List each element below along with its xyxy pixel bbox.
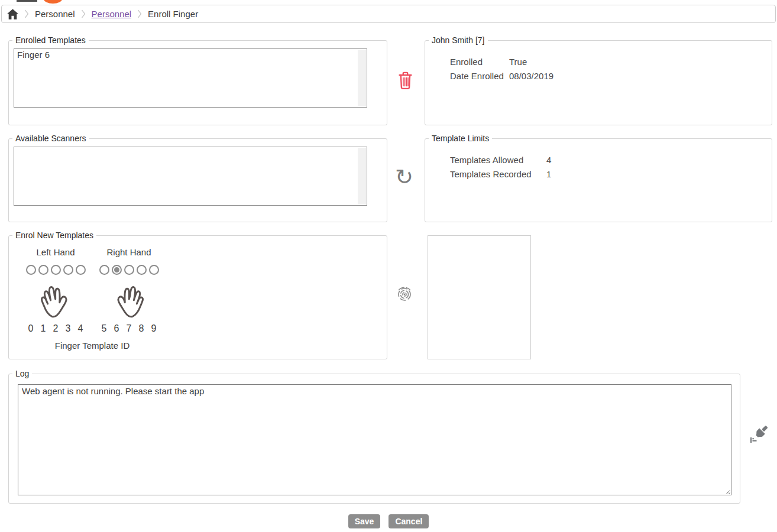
finger-id-9: 9	[149, 323, 159, 334]
enrolled-templates-legend: Enrolled Templates	[12, 35, 89, 45]
finger-radio-6[interactable]	[112, 265, 122, 275]
trash-icon	[397, 83, 413, 92]
enrolled-value: True	[509, 55, 527, 69]
person-info-legend: John Smith [7]	[429, 35, 488, 45]
log-panel: Log Web agent is not running. Please sta…	[8, 369, 740, 504]
finger-radio-1[interactable]	[38, 265, 48, 275]
right-hand-label: Right Hand	[106, 247, 151, 257]
fingerprint-preview	[428, 235, 531, 359]
templates-allowed-value: 4	[546, 153, 551, 167]
finger-id-8: 8	[137, 323, 147, 334]
right-hand-icon	[111, 280, 147, 319]
right-hand-radio-group	[99, 265, 159, 275]
right-hand-group: Right Hand 5 6 7 8 9	[99, 247, 159, 334]
available-scanners-panel: Available Scanners	[8, 134, 387, 222]
right-finger-ids: 5 6 7 8 9	[99, 323, 159, 334]
action-bar: Save Cancel	[0, 514, 777, 528]
finger-id-7: 7	[124, 323, 134, 334]
fingerprint-icon	[396, 296, 413, 304]
breadcrumb-item-personnel: Personnel	[35, 9, 75, 19]
finger-template-id-label: Finger Template ID	[25, 340, 159, 351]
refresh-scanners-button[interactable]: ↻	[395, 167, 413, 188]
left-finger-ids: 0 1 2 3 4	[26, 323, 86, 334]
templates-allowed-label: Templates Allowed	[450, 153, 546, 167]
finger-id-0: 0	[26, 323, 36, 334]
log-legend: Log	[12, 369, 32, 378]
logo-fragment	[44, 0, 62, 4]
finger-radio-9[interactable]	[149, 265, 159, 275]
left-hand-radio-group	[26, 265, 86, 275]
home-icon[interactable]	[7, 9, 18, 20]
breadcrumb-separator-icon	[81, 9, 86, 18]
enrolled-label: Enrolled	[450, 55, 509, 69]
breadcrumb-link-personnel[interactable]: Personnel	[92, 9, 132, 19]
scrollbar[interactable]	[358, 148, 366, 205]
finger-radio-3[interactable]	[63, 265, 73, 275]
finger-radio-8[interactable]	[137, 265, 147, 275]
enrol-new-templates-panel: Enrol New Templates Left Hand 0 1	[8, 231, 387, 359]
templates-recorded-value: 1	[546, 167, 551, 181]
finger-id-6: 6	[112, 323, 122, 334]
left-hand-group: Left Hand 0 1 2 3 4	[25, 247, 86, 334]
date-enrolled-value: 08/03/2019	[509, 69, 553, 83]
info-row-date-enrolled: Date Enrolled 08/03/2019	[450, 69, 772, 83]
scan-finger-button[interactable]	[396, 285, 413, 303]
enrolled-templates-panel: Enrolled Templates Finger 6	[8, 35, 387, 125]
person-info-panel: John Smith [7] Enrolled True Date Enroll…	[425, 35, 772, 125]
finger-radio-5[interactable]	[99, 265, 109, 275]
finger-radio-7[interactable]	[124, 265, 134, 275]
available-scanners-listbox[interactable]	[14, 147, 367, 206]
cancel-button[interactable]: Cancel	[388, 514, 429, 528]
templates-recorded-label: Templates Recorded	[450, 167, 546, 181]
finger-radio-0[interactable]	[26, 265, 36, 275]
delete-template-button[interactable]	[397, 70, 413, 90]
info-row-templates-recorded: Templates Recorded 1	[450, 167, 772, 181]
finger-radio-4[interactable]	[76, 265, 86, 275]
date-enrolled-label: Date Enrolled	[450, 69, 509, 83]
breadcrumb-item-enroll-finger: Enroll Finger	[148, 9, 198, 19]
finger-id-3: 3	[63, 323, 73, 334]
enrol-new-templates-legend: Enrol New Templates	[12, 231, 96, 240]
top-tab-fragment	[17, 0, 37, 2]
brush-icon	[749, 440, 770, 449]
breadcrumb: Personnel Personnel Enroll Finger	[1, 5, 776, 23]
info-row-templates-allowed: Templates Allowed 4	[450, 153, 772, 167]
template-limits-legend: Template Limits	[429, 134, 492, 143]
info-row-enrolled: Enrolled True	[450, 55, 772, 69]
scrollbar[interactable]	[358, 50, 366, 106]
refresh-icon: ↻	[395, 164, 413, 190]
finger-id-2: 2	[51, 323, 61, 334]
finger-id-4: 4	[76, 323, 86, 334]
finger-radio-2[interactable]	[51, 265, 61, 275]
save-button[interactable]: Save	[348, 514, 381, 528]
left-hand-label: Left Hand	[36, 247, 75, 257]
finger-id-1: 1	[38, 323, 48, 334]
breadcrumb-separator-icon	[24, 9, 29, 18]
enrolled-templates-listbox[interactable]: Finger 6	[14, 48, 367, 108]
breadcrumb-separator-icon	[137, 9, 142, 18]
available-scanners-legend: Available Scanners	[12, 134, 89, 143]
template-limits-panel: Template Limits Templates Allowed 4 Temp…	[425, 134, 772, 222]
enrolled-template-item[interactable]: Finger 6	[14, 49, 367, 60]
finger-id-5: 5	[99, 323, 109, 334]
left-hand-icon	[38, 280, 73, 319]
clear-log-button[interactable]	[749, 423, 770, 447]
log-textarea[interactable]: Web agent is not running. Please start t…	[18, 384, 731, 495]
